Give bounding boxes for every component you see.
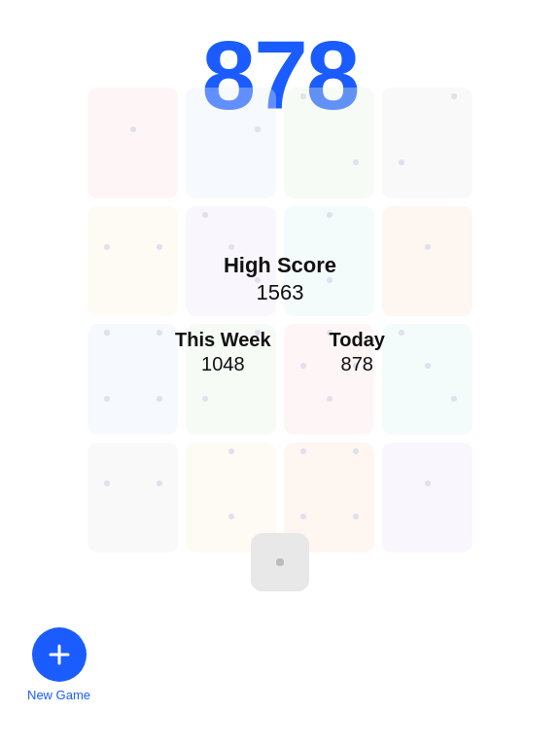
die-dot [276,558,284,566]
die-cell [284,88,374,198]
die-dot [425,363,431,369]
die-dot [202,396,208,402]
die-cell [382,443,472,553]
this-week-label: This Week [175,329,271,351]
bottom-die [251,533,309,591]
today-stat: Today 878 [330,329,385,375]
die-cell [88,324,178,435]
die-dot [451,93,457,99]
die-dot [353,160,359,165]
die-cell [382,88,472,198]
die-cell [88,88,178,198]
new-game-label: New Game [27,688,90,702]
die-dot [451,396,457,402]
this-week-value: 1048 [175,353,271,375]
die-dot [104,396,110,402]
new-game-circle-icon [32,627,87,682]
die-dot [157,396,162,402]
stats-container: High Score 1563 This Week 1048 Today 878 [175,253,385,375]
die-dot [425,244,431,250]
die-dot [104,480,110,486]
die-dot [327,212,332,218]
today-label: Today [330,329,385,351]
die-cell [382,324,472,435]
die-dot [104,330,110,336]
die-dot [130,126,136,132]
die-dot [353,514,359,519]
die-dot [228,244,234,250]
die-dot [327,396,332,402]
die-dot [399,330,404,336]
die-cell [88,206,178,317]
die-dot [353,448,359,454]
die-dot [300,514,306,519]
plus-icon [46,641,73,668]
die-dot [157,330,162,336]
die-dot [228,448,234,454]
die-dot [425,480,431,486]
die-cell [382,206,472,317]
die-dot [202,212,208,218]
die-cell [186,88,276,198]
die-dot [399,160,404,165]
die-dot [300,93,306,99]
die-dot [255,126,261,132]
die-dot [157,244,162,250]
new-game-button[interactable]: New Game [27,627,90,702]
this-week-stat: This Week 1048 [175,329,271,375]
die-dot [228,514,234,519]
die-dot [104,244,110,250]
high-score-label: High Score [175,253,385,278]
die-cell [88,443,178,553]
die-dot [157,480,162,486]
today-value: 878 [330,353,385,375]
die-dot [300,448,306,454]
high-score-value: 1563 [175,280,385,305]
